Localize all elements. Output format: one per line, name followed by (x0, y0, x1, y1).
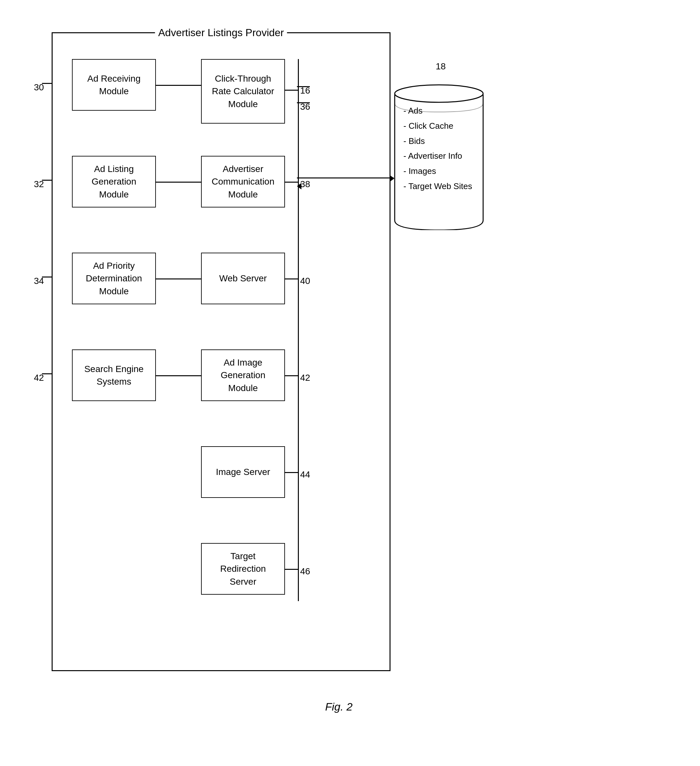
ref-30-line (42, 83, 52, 84)
image-server-horiz-line (285, 472, 299, 473)
ad-listing-label: Ad ListingGenerationModule (92, 163, 136, 201)
bus-to-36 (297, 102, 310, 103)
web-server-label: Web Server (219, 272, 266, 285)
advertiser-comm-label: AdvertiserCommunicationModule (212, 163, 275, 201)
ad-receiving-module: Ad ReceivingModule (72, 59, 156, 111)
ad-image-horiz-line (285, 375, 299, 376)
ad-receiving-connect-line (156, 85, 202, 86)
ad-priority-module: Ad PriorityDeterminationModule (72, 253, 156, 304)
clickthrough-horiz-line (285, 90, 299, 91)
ref-40: 40 (300, 276, 310, 286)
db-item-ads: - Ads (404, 103, 472, 119)
web-server-module: Web Server (201, 253, 285, 304)
ref-44: 44 (300, 470, 310, 480)
target-redirect-module: TargetRedirectionServer (201, 543, 285, 595)
ref-46: 46 (300, 566, 310, 577)
ref-34-line (42, 277, 52, 277)
target-redirect-horiz-line (285, 569, 299, 570)
bus-to-db-line (297, 177, 394, 179)
db-item-click-cache: - Click Cache (404, 119, 472, 134)
bus-to-16 (297, 86, 310, 87)
svg-point-0 (395, 85, 483, 102)
adv-comm-horiz-line (285, 182, 299, 183)
ad-priority-connect-line (156, 279, 202, 279)
database-ref: 18 (436, 61, 446, 72)
ad-receiving-label: Ad ReceivingModule (87, 72, 141, 97)
clickthrough-module: Click-ThroughRate CalculatorModule (201, 59, 285, 123)
advertiser-comm-module: AdvertiserCommunicationModule (201, 156, 285, 207)
search-engine-label: Search EngineSystems (84, 363, 144, 388)
target-redirect-label: TargetRedirectionServer (220, 550, 266, 588)
ad-listing-module: Ad ListingGenerationModule (72, 156, 156, 207)
search-engine-module: Search EngineSystems (72, 350, 156, 401)
outer-box-title: Advertiser Listings Provider (155, 27, 287, 39)
database-labels: - Ads - Click Cache - Bids - Advertiser … (404, 103, 472, 194)
vertical-bus-line (298, 59, 299, 601)
db-item-target-web-sites: - Target Web Sites (404, 179, 472, 194)
image-server-module: Image Server (201, 446, 285, 498)
ad-image-module: Ad ImageGenerationModule (201, 350, 285, 401)
image-server-label: Image Server (216, 465, 270, 478)
arrow-right-to-db (390, 175, 394, 182)
db-item-advertiser-info: - Advertiser Info (404, 149, 472, 164)
database: 18 - Ads - Click Cache - Bids - Advertis… (394, 84, 484, 230)
ad-priority-label: Ad PriorityDeterminationModule (86, 260, 142, 298)
ad-listing-connect-line (156, 182, 202, 183)
db-item-bids: - Bids (404, 134, 472, 149)
fig-label: Fig. 2 (325, 701, 352, 713)
ad-image-label: Ad ImageGenerationModule (221, 356, 266, 394)
ref-42b: 42 (300, 373, 310, 383)
arrow-left-from-db (297, 183, 301, 189)
ref-32-line (42, 180, 52, 181)
diagram-container: Advertiser Listings Provider Ad Receivin… (32, 19, 645, 729)
ref-42-line (42, 374, 52, 374)
db-item-images: - Images (404, 164, 472, 179)
search-engine-connect-line (156, 375, 202, 376)
clickthrough-label: Click-ThroughRate CalculatorModule (212, 72, 274, 110)
outer-box: Advertiser Listings Provider Ad Receivin… (52, 32, 391, 671)
ref-38: 38 (300, 179, 310, 189)
web-server-horiz-line (285, 279, 299, 279)
